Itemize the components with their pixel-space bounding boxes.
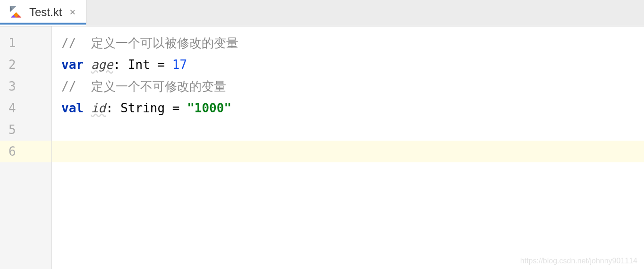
identifier-token: age <box>91 58 113 72</box>
code-line-3[interactable]: // 定义一个不可修改的变量 <box>61 76 644 97</box>
gutter: 1 2 3 4 5 6 <box>0 26 52 269</box>
line-number[interactable]: 1 <box>0 32 51 54</box>
line-number[interactable]: 2 <box>0 54 51 76</box>
equals-token: = <box>158 58 165 72</box>
close-icon[interactable]: × <box>68 6 77 18</box>
keyword-token: var <box>61 58 84 72</box>
tab-active-underline <box>0 23 86 25</box>
code-area[interactable]: // 定义一个可以被修改的变量 var age: Int = 17 // 定义一… <box>52 26 644 269</box>
kotlin-file-icon <box>8 5 24 20</box>
line-number[interactable]: 5 <box>0 119 51 141</box>
comment-token: // 定义一个不可修改的变量 <box>61 79 226 93</box>
editor-area: 1 2 3 4 5 6 // 定义一个可以被修改的变量 var age: Int… <box>0 26 644 269</box>
tab-filename: Test.kt <box>29 6 62 19</box>
line-number[interactable]: 4 <box>0 97 51 119</box>
equals-token: = <box>172 101 180 115</box>
tab-test-kt[interactable]: Test.kt × <box>0 0 86 26</box>
colon-token: : <box>106 101 113 115</box>
code-line-5[interactable] <box>61 119 644 141</box>
type-token: Int <box>128 58 150 72</box>
line-number[interactable]: 6 <box>0 141 51 162</box>
code-line-1[interactable]: // 定义一个可以被修改的变量 <box>61 32 644 54</box>
tab-bar: Test.kt × <box>0 0 644 26</box>
string-token: "1000" <box>187 101 231 115</box>
code-line-6[interactable] <box>52 141 644 162</box>
type-token: String <box>120 101 165 115</box>
code-line-4[interactable]: val id: String = "1000" <box>61 97 644 119</box>
identifier-token: id <box>91 101 106 115</box>
keyword-token: val <box>61 101 84 115</box>
number-token: 17 <box>172 58 187 72</box>
colon-token: : <box>113 58 121 72</box>
watermark: https://blog.csdn.net/johnny901114 <box>520 257 637 265</box>
code-line-2[interactable]: var age: Int = 17 <box>61 54 644 76</box>
line-number[interactable]: 3 <box>0 76 51 97</box>
comment-token: // 定义一个可以被修改的变量 <box>61 36 238 50</box>
